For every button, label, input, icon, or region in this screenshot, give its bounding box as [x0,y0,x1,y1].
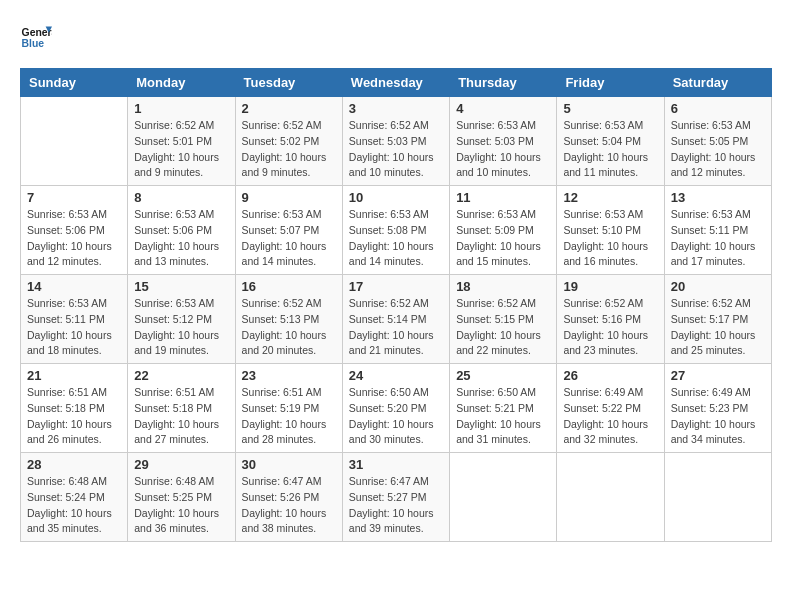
day-number: 7 [27,190,121,205]
calendar-week: 28Sunrise: 6:48 AMSunset: 5:24 PMDayligh… [21,453,772,542]
calendar-cell: 24Sunrise: 6:50 AMSunset: 5:20 PMDayligh… [342,364,449,453]
header-day: Thursday [450,69,557,97]
day-info: Sunrise: 6:52 AMSunset: 5:17 PMDaylight:… [671,296,765,359]
day-info: Sunrise: 6:50 AMSunset: 5:21 PMDaylight:… [456,385,550,448]
calendar-cell: 21Sunrise: 6:51 AMSunset: 5:18 PMDayligh… [21,364,128,453]
day-number: 13 [671,190,765,205]
calendar-cell: 17Sunrise: 6:52 AMSunset: 5:14 PMDayligh… [342,275,449,364]
calendar-cell: 14Sunrise: 6:53 AMSunset: 5:11 PMDayligh… [21,275,128,364]
calendar-cell: 28Sunrise: 6:48 AMSunset: 5:24 PMDayligh… [21,453,128,542]
calendar-week: 14Sunrise: 6:53 AMSunset: 5:11 PMDayligh… [21,275,772,364]
day-number: 1 [134,101,228,116]
day-number: 21 [27,368,121,383]
day-number: 30 [242,457,336,472]
day-info: Sunrise: 6:53 AMSunset: 5:09 PMDaylight:… [456,207,550,270]
calendar-cell: 19Sunrise: 6:52 AMSunset: 5:16 PMDayligh… [557,275,664,364]
day-info: Sunrise: 6:53 AMSunset: 5:08 PMDaylight:… [349,207,443,270]
day-number: 29 [134,457,228,472]
calendar-cell: 3Sunrise: 6:52 AMSunset: 5:03 PMDaylight… [342,97,449,186]
calendar-cell [664,453,771,542]
header-day: Wednesday [342,69,449,97]
day-info: Sunrise: 6:52 AMSunset: 5:02 PMDaylight:… [242,118,336,181]
calendar-week: 1Sunrise: 6:52 AMSunset: 5:01 PMDaylight… [21,97,772,186]
day-info: Sunrise: 6:52 AMSunset: 5:13 PMDaylight:… [242,296,336,359]
day-info: Sunrise: 6:49 AMSunset: 5:22 PMDaylight:… [563,385,657,448]
header-row: SundayMondayTuesdayWednesdayThursdayFrid… [21,69,772,97]
day-number: 20 [671,279,765,294]
day-info: Sunrise: 6:53 AMSunset: 5:11 PMDaylight:… [671,207,765,270]
calendar-cell: 1Sunrise: 6:52 AMSunset: 5:01 PMDaylight… [128,97,235,186]
day-info: Sunrise: 6:50 AMSunset: 5:20 PMDaylight:… [349,385,443,448]
day-number: 27 [671,368,765,383]
calendar-cell: 8Sunrise: 6:53 AMSunset: 5:06 PMDaylight… [128,186,235,275]
calendar-cell: 13Sunrise: 6:53 AMSunset: 5:11 PMDayligh… [664,186,771,275]
calendar-cell: 11Sunrise: 6:53 AMSunset: 5:09 PMDayligh… [450,186,557,275]
day-number: 10 [349,190,443,205]
day-number: 11 [456,190,550,205]
day-number: 24 [349,368,443,383]
calendar-cell [557,453,664,542]
calendar-cell: 10Sunrise: 6:53 AMSunset: 5:08 PMDayligh… [342,186,449,275]
calendar-cell: 22Sunrise: 6:51 AMSunset: 5:18 PMDayligh… [128,364,235,453]
day-number: 15 [134,279,228,294]
day-info: Sunrise: 6:52 AMSunset: 5:14 PMDaylight:… [349,296,443,359]
day-number: 9 [242,190,336,205]
day-number: 6 [671,101,765,116]
calendar-cell: 26Sunrise: 6:49 AMSunset: 5:22 PMDayligh… [557,364,664,453]
calendar-cell: 29Sunrise: 6:48 AMSunset: 5:25 PMDayligh… [128,453,235,542]
day-info: Sunrise: 6:53 AMSunset: 5:04 PMDaylight:… [563,118,657,181]
day-number: 16 [242,279,336,294]
calendar-body: 1Sunrise: 6:52 AMSunset: 5:01 PMDaylight… [21,97,772,542]
calendar-cell: 7Sunrise: 6:53 AMSunset: 5:06 PMDaylight… [21,186,128,275]
day-number: 8 [134,190,228,205]
day-info: Sunrise: 6:48 AMSunset: 5:24 PMDaylight:… [27,474,121,537]
day-info: Sunrise: 6:51 AMSunset: 5:18 PMDaylight:… [27,385,121,448]
day-info: Sunrise: 6:52 AMSunset: 5:16 PMDaylight:… [563,296,657,359]
calendar-cell: 9Sunrise: 6:53 AMSunset: 5:07 PMDaylight… [235,186,342,275]
day-info: Sunrise: 6:53 AMSunset: 5:07 PMDaylight:… [242,207,336,270]
day-info: Sunrise: 6:49 AMSunset: 5:23 PMDaylight:… [671,385,765,448]
calendar-week: 21Sunrise: 6:51 AMSunset: 5:18 PMDayligh… [21,364,772,453]
day-number: 5 [563,101,657,116]
calendar-cell: 12Sunrise: 6:53 AMSunset: 5:10 PMDayligh… [557,186,664,275]
day-info: Sunrise: 6:47 AMSunset: 5:26 PMDaylight:… [242,474,336,537]
day-info: Sunrise: 6:53 AMSunset: 5:06 PMDaylight:… [27,207,121,270]
calendar-cell: 18Sunrise: 6:52 AMSunset: 5:15 PMDayligh… [450,275,557,364]
day-info: Sunrise: 6:53 AMSunset: 5:05 PMDaylight:… [671,118,765,181]
header-day: Monday [128,69,235,97]
day-number: 22 [134,368,228,383]
day-info: Sunrise: 6:52 AMSunset: 5:01 PMDaylight:… [134,118,228,181]
day-info: Sunrise: 6:53 AMSunset: 5:06 PMDaylight:… [134,207,228,270]
day-number: 31 [349,457,443,472]
calendar-header: SundayMondayTuesdayWednesdayThursdayFrid… [21,69,772,97]
day-number: 26 [563,368,657,383]
day-info: Sunrise: 6:51 AMSunset: 5:18 PMDaylight:… [134,385,228,448]
day-number: 25 [456,368,550,383]
day-number: 12 [563,190,657,205]
day-number: 28 [27,457,121,472]
calendar-cell: 16Sunrise: 6:52 AMSunset: 5:13 PMDayligh… [235,275,342,364]
logo-icon: General Blue [20,20,52,52]
calendar-cell: 30Sunrise: 6:47 AMSunset: 5:26 PMDayligh… [235,453,342,542]
calendar-cell: 5Sunrise: 6:53 AMSunset: 5:04 PMDaylight… [557,97,664,186]
day-number: 4 [456,101,550,116]
day-info: Sunrise: 6:53 AMSunset: 5:11 PMDaylight:… [27,296,121,359]
logo: General Blue [20,20,56,52]
header-day: Sunday [21,69,128,97]
day-info: Sunrise: 6:53 AMSunset: 5:03 PMDaylight:… [456,118,550,181]
calendar-cell: 27Sunrise: 6:49 AMSunset: 5:23 PMDayligh… [664,364,771,453]
calendar-cell: 31Sunrise: 6:47 AMSunset: 5:27 PMDayligh… [342,453,449,542]
calendar-cell: 15Sunrise: 6:53 AMSunset: 5:12 PMDayligh… [128,275,235,364]
header-day: Tuesday [235,69,342,97]
day-info: Sunrise: 6:52 AMSunset: 5:15 PMDaylight:… [456,296,550,359]
calendar-cell: 23Sunrise: 6:51 AMSunset: 5:19 PMDayligh… [235,364,342,453]
calendar-week: 7Sunrise: 6:53 AMSunset: 5:06 PMDaylight… [21,186,772,275]
day-number: 18 [456,279,550,294]
calendar-cell: 6Sunrise: 6:53 AMSunset: 5:05 PMDaylight… [664,97,771,186]
day-info: Sunrise: 6:51 AMSunset: 5:19 PMDaylight:… [242,385,336,448]
day-number: 17 [349,279,443,294]
calendar-cell [450,453,557,542]
calendar-cell [21,97,128,186]
day-info: Sunrise: 6:47 AMSunset: 5:27 PMDaylight:… [349,474,443,537]
day-number: 2 [242,101,336,116]
